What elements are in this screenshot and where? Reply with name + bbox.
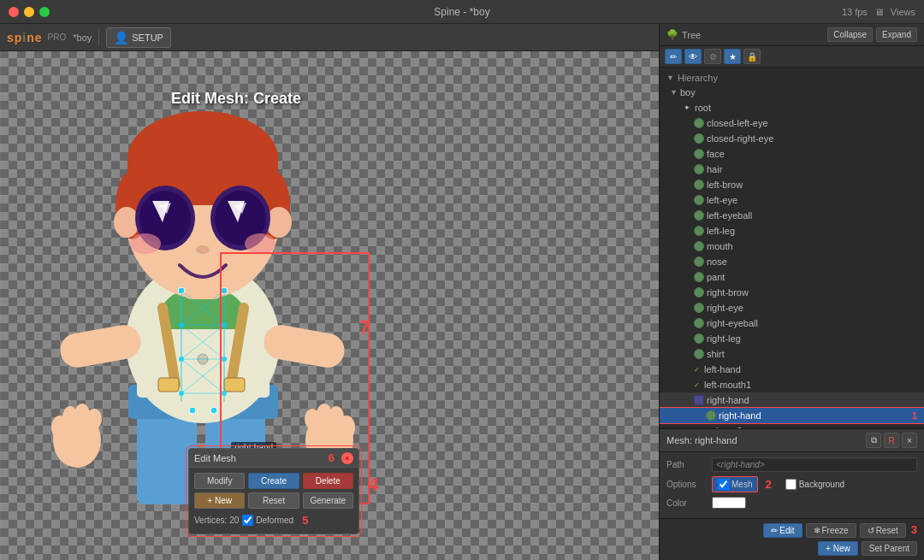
edit-mesh-dialog: Edit Mesh 6 × Modify Create Delete (188, 448, 359, 534)
bone-icon: ✓ (694, 366, 700, 374)
freeze-button[interactable]: ❄ Freeze (806, 523, 856, 538)
path-label: Path (666, 460, 705, 469)
hierarchy-section-header[interactable]: ▼ Hierarchy (660, 71, 924, 85)
collapse-button[interactable]: Collapse (827, 27, 873, 42)
modify-button[interactable]: Modify (194, 473, 245, 489)
tree-item-left-eye[interactable]: left-eye (660, 192, 924, 208)
svg-point-51 (179, 322, 184, 327)
mesh-checkbox[interactable] (718, 479, 729, 490)
expand-button[interactable]: Expand (876, 27, 917, 42)
tree-item-right-brow[interactable]: right-brow (660, 285, 924, 300)
mesh-checkbox-label[interactable]: Mesh (712, 476, 758, 492)
tree-item-left-brow[interactable]: left-brow (660, 177, 924, 192)
delete-button[interactable]: Delete (303, 473, 353, 489)
brand-spine: spine (7, 31, 43, 44)
tree-item-right-hand-mesh[interactable]: right-hand 1 (660, 408, 924, 423)
tree-header-left: 🌳 Tree (666, 29, 701, 40)
mesh-icon (694, 333, 704, 344)
tree-item-left-hand[interactable]: ✓ left-hand (660, 362, 924, 377)
props-icon-button-close[interactable]: × (902, 433, 917, 448)
reset-button[interactable]: ↺ Reset (860, 523, 906, 538)
tree-panel: 🌳 Tree Collapse Expand ✏ 👁 ⚙ ★ 🔒 ▼ (660, 24, 924, 428)
canvas-area[interactable]: Edit Mesh: Create (0, 51, 659, 560)
tree-item-nose[interactable]: nose (660, 254, 924, 269)
filter-star-button[interactable]: ★ (724, 49, 741, 64)
tree-item-pant[interactable]: pant (660, 269, 924, 285)
brand-file: *boy (73, 32, 92, 43)
tree-item-face[interactable]: face (660, 146, 924, 162)
filter-lock-button[interactable]: 🔒 (743, 49, 761, 64)
options-row: Options Mesh 2 Background (666, 476, 917, 492)
right-panel: 🌳 Tree Collapse Expand ✏ 👁 ⚙ ★ 🔒 ▼ (659, 24, 924, 560)
props-icon-button-1[interactable]: ⧉ (866, 433, 881, 448)
dialog-close-button[interactable]: × (341, 452, 353, 464)
background-checkbox-label[interactable]: Background (785, 479, 844, 490)
new-button[interactable]: + New (818, 541, 858, 556)
color-swatch[interactable] (712, 497, 746, 509)
deformed-checkbox[interactable] (242, 515, 253, 526)
mesh-icon (694, 318, 704, 328)
new-button[interactable]: + New (194, 492, 245, 509)
boy-chevron-icon: ▼ (670, 88, 678, 97)
tree-item-boy[interactable]: ▼ boy (660, 85, 924, 100)
tree-item-hair[interactable]: hair (660, 162, 924, 177)
monitor-icon: 🖥 (874, 7, 884, 17)
top-toolbar: spine PRO *boy 👤 SETUP (0, 24, 659, 51)
root-icon: ✦ (684, 103, 690, 112)
close-window-button[interactable] (9, 7, 19, 17)
views-label[interactable]: Views (891, 7, 915, 17)
tree-item-right-eyeball[interactable]: right-eyeball (660, 315, 924, 331)
person-icon: 👤 (114, 31, 128, 44)
label-number-5: 5 (302, 514, 308, 527)
tree-item-right-leg[interactable]: right-leg (660, 331, 924, 346)
edit-button[interactable]: ✏ Edit (763, 523, 802, 538)
tree-item-mouth[interactable]: mouth (660, 239, 924, 254)
tree-item-shirt[interactable]: shirt (660, 346, 924, 362)
generate-button[interactable]: Generate (303, 492, 353, 509)
label-number-7: 7 (359, 316, 370, 339)
properties-panel: Mesh: right-hand ⧉ R × Path <right-hand>… (660, 428, 924, 560)
tree-item-right-hand-slot[interactable]: right-hand (660, 392, 924, 408)
reset-button[interactable]: Reset (248, 492, 299, 509)
tree-item-right-eye[interactable]: right-eye (660, 300, 924, 315)
mesh-icon (694, 133, 704, 144)
tree-item-left-mouth1[interactable]: ✓ left-mouth1 (660, 377, 924, 392)
filter-eye-button[interactable]: 👁 (684, 49, 702, 64)
dialog-body: Modify Create Delete + New Reset Generat… (189, 468, 358, 533)
main-layout: spine PRO *boy 👤 SETUP Edit Mesh: Create (0, 24, 924, 560)
tree-item-closed-left-eye[interactable]: closed-left-eye (660, 115, 924, 131)
set-parent-button[interactable]: Set Parent (862, 541, 917, 556)
svg-point-53 (179, 357, 184, 362)
tree-content[interactable]: ▼ Hierarchy ▼ boy ✦ root closed-left-eye (660, 68, 924, 428)
viewport[interactable]: spine PRO *boy 👤 SETUP Edit Mesh: Create (0, 24, 659, 560)
setup-button[interactable]: 👤 SETUP (106, 27, 171, 48)
maximize-window-button[interactable] (39, 7, 50, 17)
svg-point-54 (222, 357, 227, 362)
window-controls[interactable] (9, 7, 50, 17)
tree-item-root[interactable]: ✦ root (660, 100, 924, 115)
deformed-checkbox-label[interactable]: Deformed (242, 515, 293, 526)
brand-logo: spine PRO *boy (7, 31, 92, 44)
tree-item-closed-right-eye[interactable]: closed-right-eye (660, 131, 924, 146)
tree-item-left-eyeball[interactable]: left-eyeball (660, 208, 924, 223)
filter-gear-button[interactable]: ⚙ (704, 49, 721, 64)
tree-item-left-leg[interactable]: left-leg (660, 223, 924, 239)
mesh-icon (694, 287, 704, 298)
title-bar: Spine - *boy 13 fps 🖥 Views (0, 0, 924, 24)
filter-all-button[interactable]: ✏ (665, 49, 682, 64)
bone-icon: ✓ (694, 381, 700, 389)
dialog-footer: Vertices: 20 Deformed 5 (194, 512, 353, 528)
reset-icon: ↺ (868, 526, 874, 535)
fps-label: 13 fps (842, 7, 868, 17)
options-checkboxes: Mesh 2 Background (712, 476, 844, 492)
path-value: <right-hand> (712, 457, 917, 472)
svg-point-24 (245, 233, 275, 254)
props-icon-button-2[interactable]: R (884, 433, 899, 448)
mesh-icon (694, 118, 704, 128)
badge-3: 3 (911, 523, 917, 538)
tree-badge-1: 1 (912, 410, 917, 421)
create-button[interactable]: Create (248, 473, 299, 489)
background-checkbox[interactable] (785, 479, 797, 490)
minimize-window-button[interactable] (24, 7, 34, 17)
setup-label: SETUP (132, 32, 163, 43)
